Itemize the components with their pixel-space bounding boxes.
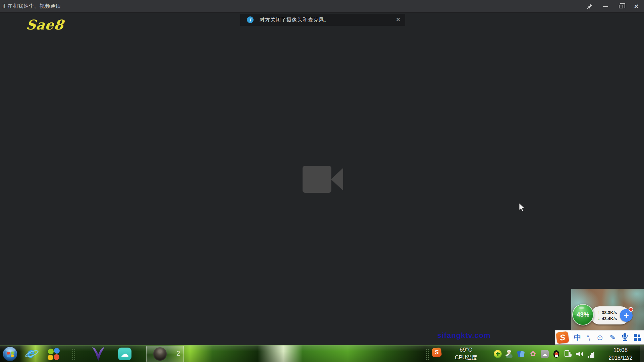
close-button[interactable]: ✕ [629, 0, 644, 13]
pinwheel-petal [48, 349, 54, 354]
traffic-monitor-widget[interactable]: ↑ 38.3K/s ↓ 43.4K/s 43% + [571, 301, 638, 331]
notification-dot [629, 307, 633, 312]
pinwheel-petal [54, 354, 59, 360]
show-desktop-button[interactable] [640, 346, 644, 362]
watermark-text: sifangktv.com [437, 331, 490, 340]
pin-icon[interactable] [582, 0, 598, 13]
clock-date: 2018/12/2 [602, 354, 639, 362]
phone-assistant-icon[interactable] [517, 350, 525, 358]
info-icon: i [247, 16, 254, 23]
cpu-temp-value: 69°C [444, 346, 488, 354]
download-speed-value: 43.4K/s [602, 316, 617, 321]
voice-input-mic-icon[interactable] [621, 333, 628, 342]
toolbox-square [634, 338, 637, 341]
speaker-wave [581, 351, 583, 357]
handwriting-pencil-icon[interactable]: ✎ [609, 333, 616, 342]
pink-flower-icon[interactable]: ✿ [529, 350, 537, 358]
internet-explorer-icon[interactable]: e [25, 347, 39, 361]
signal-bar [590, 355, 591, 358]
emoji-icon[interactable]: ☺ [596, 333, 604, 342]
ime-toolbox-icon[interactable] [634, 334, 641, 341]
network-signal-icon[interactable] [588, 350, 596, 358]
toolbox-square [634, 334, 637, 337]
start-button[interactable] [3, 347, 17, 361]
taskbar: e ☁ 2 S 69°C CPU温度 ✚ [0, 345, 644, 362]
mouse-cursor [519, 203, 527, 213]
maximize-button[interactable] [613, 0, 629, 13]
ime-language-toggle[interactable]: 中 [574, 333, 581, 342]
cloud-glyph: ☁ [121, 349, 129, 359]
camera-body-shape [303, 166, 331, 193]
cpu-temp-label: CPU温度 [444, 354, 488, 361]
ime-punctuation-toggle[interactable]: °, [587, 334, 590, 341]
active-app-button[interactable]: 2 [146, 346, 184, 362]
mic-base [623, 340, 627, 341]
video-call-window: 正在和我姓李、视频通话 ✕ Sae8 i 对方关闭了摄像头和麦克风。 ✕ sif… [0, 0, 644, 362]
cloud-upload-icon[interactable]: ☁ [541, 350, 549, 358]
notification-close-icon[interactable]: ✕ [396, 16, 400, 23]
active-app-thumbnail [153, 347, 167, 361]
mic-arc [622, 335, 628, 339]
system-tray: ✚ ✿ ☁ [494, 350, 596, 358]
notification-text: 对方关闭了摄像头和麦克风。 [260, 17, 329, 23]
volume-icon[interactable] [576, 350, 584, 358]
minimize-button[interactable] [598, 0, 613, 13]
notification-banner: i 对方关闭了摄像头和麦克风。 ✕ [240, 14, 405, 26]
power-plug-icon[interactable] [564, 350, 572, 358]
cpu-temperature-readout[interactable]: 69°C CPU温度 [444, 346, 488, 361]
download-arrow-icon: ↓ [598, 316, 600, 321]
window-title: 正在和我姓李、视频通话 [2, 3, 61, 9]
ime-toolbar: S 中 °, ☺ ✎ [555, 330, 644, 345]
taskbar-separator [72, 348, 76, 360]
toolbox-square [638, 338, 641, 341]
pushpin-icon [587, 3, 593, 9]
toolbox-square [638, 335, 640, 337]
browser-pinwheel-icon[interactable] [48, 348, 60, 361]
maximize-icon [619, 5, 623, 8]
tray-separator [425, 348, 429, 360]
memory-percent-value: 43% [577, 311, 589, 318]
video-camera-icon [303, 165, 343, 193]
cloud-app-icon[interactable]: ☁ [118, 348, 131, 360]
clock-time: 10:08 [602, 347, 639, 354]
penguin-scarf [554, 353, 558, 355]
plug-body [569, 354, 572, 357]
signal-bar [593, 352, 595, 358]
purple-app-icon[interactable] [92, 347, 105, 361]
card-front [520, 351, 525, 357]
antivirus-360-icon[interactable]: ✚ [494, 350, 502, 358]
close-icon: ✕ [634, 3, 639, 10]
pinwheel-petal [48, 355, 53, 360]
qq-penguin-icon[interactable] [552, 350, 560, 358]
minimize-icon [603, 6, 608, 7]
upload-arrow-icon: ↑ [598, 310, 600, 315]
taskbar-clock[interactable]: 10:08 2018/12/2 [602, 347, 639, 362]
window-controls: ✕ [582, 0, 644, 13]
sogou-logo-icon[interactable]: S [556, 331, 569, 344]
video-stage: Sae8 i 对方关闭了摄像头和麦克风。 ✕ sifangktv.com ↑ 3… [0, 13, 644, 345]
signal-bar [591, 353, 593, 358]
app-logo: Sae8 [25, 17, 65, 33]
assistant-character-icon[interactable] [505, 350, 514, 358]
memory-percent-ball[interactable]: 43% [572, 304, 594, 325]
upload-speed-value: 38.3K/s [602, 310, 617, 315]
ime-buttons: 中 °, ☺ ✎ [571, 333, 644, 342]
title-bar: 正在和我姓李、视频通话 ✕ [0, 0, 644, 13]
signal-bar [588, 356, 589, 358]
windows-flag-icon [7, 351, 14, 357]
camera-lens-shape [331, 168, 343, 191]
app-window-count: 2 [176, 350, 180, 357]
sogou-tray-icon[interactable]: S [432, 348, 442, 358]
pinwheel-petal [54, 348, 60, 354]
